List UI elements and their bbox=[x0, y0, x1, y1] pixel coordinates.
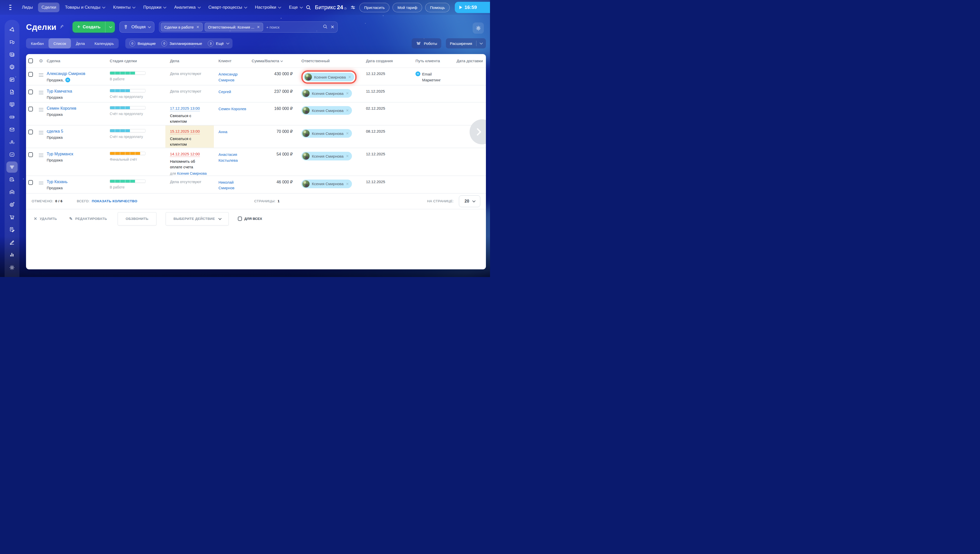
filter-chip-1[interactable]: Сделки в работе✕ bbox=[161, 23, 202, 31]
remove-responsible-icon[interactable]: ✕ bbox=[346, 91, 349, 96]
nav-item-7[interactable]: Смарт-процессы bbox=[205, 3, 250, 12]
column-header-2[interactable]: Стадия сделки bbox=[110, 59, 166, 63]
create-dropdown[interactable] bbox=[105, 21, 115, 33]
responsible-chip[interactable]: Ксения Смирнова✕ bbox=[301, 180, 352, 188]
client-link[interactable]: Анастасия Костылева bbox=[218, 152, 237, 162]
column-header-4[interactable]: Клиент bbox=[214, 59, 252, 63]
marketing-icon[interactable] bbox=[6, 199, 18, 210]
call-button[interactable]: ОБЗВОНИТЬ bbox=[118, 212, 156, 226]
row-checkbox[interactable] bbox=[26, 176, 35, 193]
timer-button[interactable]: 16:59 bbox=[455, 2, 490, 13]
topbar-button-3[interactable]: Помощь bbox=[425, 3, 450, 12]
column-header-1[interactable]: Сделка bbox=[47, 59, 110, 63]
documents-icon[interactable] bbox=[6, 86, 18, 98]
nav-item-9[interactable]: Еще bbox=[285, 3, 305, 12]
row-checkbox[interactable] bbox=[26, 148, 35, 175]
warehouse-icon[interactable] bbox=[6, 186, 18, 198]
filter-chip-2[interactable]: Ответственный: Ксения ...✕ bbox=[205, 23, 263, 31]
client-link[interactable]: Александр Смирнов bbox=[218, 72, 237, 82]
stage-progress[interactable] bbox=[110, 129, 145, 132]
whiteboard-icon[interactable] bbox=[6, 99, 18, 110]
extensions-button[interactable]: Расширения bbox=[446, 38, 486, 48]
client-link[interactable]: Анна bbox=[218, 130, 227, 134]
bi-icon[interactable] bbox=[6, 249, 18, 260]
remove-responsible-icon[interactable]: ✕ bbox=[346, 154, 349, 158]
activity-date-link[interactable]: 15.12.2025 13:00 bbox=[170, 129, 200, 134]
client-link[interactable]: Николай Смирнов bbox=[218, 180, 234, 190]
nav-item-6[interactable]: Аналитика bbox=[171, 3, 203, 12]
responsible-chip[interactable]: Ксения Смирнова✕ bbox=[304, 73, 354, 81]
topbar-button-2[interactable]: Мой тариф bbox=[392, 3, 422, 12]
stage-progress[interactable] bbox=[110, 89, 145, 92]
row-checkbox[interactable] bbox=[26, 126, 35, 148]
deal-link[interactable]: Тур Мурманск bbox=[47, 152, 73, 156]
create-button[interactable]: +Создать bbox=[72, 21, 115, 33]
page-number[interactable]: 1 bbox=[278, 199, 280, 203]
row-checkbox[interactable] bbox=[26, 68, 35, 85]
column-header-7[interactable]: Дата создания bbox=[366, 59, 416, 63]
share-icon[interactable] bbox=[6, 24, 18, 35]
nav-item-5[interactable]: Продажи bbox=[140, 3, 169, 12]
delete-button[interactable]: ✕УДАЛИТЬ bbox=[32, 216, 59, 221]
column-header-8[interactable]: Путь клиента bbox=[416, 59, 457, 63]
shop-icon[interactable] bbox=[6, 212, 18, 223]
column-header-5[interactable]: Сумма/Валюта bbox=[252, 59, 301, 63]
team-icon[interactable] bbox=[6, 137, 18, 148]
tasks-icon[interactable] bbox=[6, 149, 18, 160]
show-count-link[interactable]: ПОКАЗАТЬ КОЛИЧЕСТВО bbox=[92, 199, 137, 203]
responsible-chip[interactable]: Ксения Смирнова✕ bbox=[301, 129, 352, 138]
remove-chip-icon[interactable]: ✕ bbox=[196, 25, 199, 29]
filter-preset-button[interactable]: Общая bbox=[120, 21, 155, 33]
row-drag-handle-icon[interactable] bbox=[35, 102, 47, 125]
counter-1[interactable]: 0Входящие bbox=[129, 41, 156, 46]
counter-3[interactable]: 3Ещё bbox=[208, 41, 228, 46]
messenger-icon[interactable] bbox=[6, 37, 18, 48]
remove-responsible-icon[interactable]: ✕ bbox=[346, 108, 349, 113]
counter-2[interactable]: 0Запланированные bbox=[161, 41, 202, 46]
search-placeholder[interactable]: + поиск bbox=[266, 25, 320, 29]
column-header-3[interactable]: Дела bbox=[166, 59, 214, 63]
filter-clear-icon[interactable]: ✕ bbox=[330, 24, 334, 30]
row-drag-handle-icon[interactable] bbox=[35, 86, 47, 102]
drive-icon[interactable] bbox=[6, 111, 18, 123]
assignee-link[interactable]: Ксения Смирнова bbox=[177, 171, 207, 175]
client-link[interactable]: Семен Королев bbox=[218, 107, 246, 111]
booking-icon[interactable] bbox=[6, 174, 18, 185]
row-checkbox[interactable] bbox=[26, 102, 35, 125]
crm-icon[interactable] bbox=[6, 161, 18, 173]
sliders-icon[interactable] bbox=[350, 5, 356, 10]
menu-hamburger-icon[interactable] bbox=[9, 5, 11, 10]
remove-chip-icon[interactable]: ✕ bbox=[257, 25, 260, 29]
nav-item-1[interactable]: Лиды bbox=[19, 3, 36, 12]
edit-button[interactable]: ✎РЕДАКТИРОВАТЬ bbox=[68, 216, 108, 221]
responsible-chip[interactable]: Ксения Смирнова✕ bbox=[301, 106, 352, 115]
view-settings-gear-icon[interactable] bbox=[473, 22, 484, 33]
deal-link[interactable]: Семен Королев bbox=[47, 106, 76, 110]
activity-date-link[interactable]: 17.12.2025 13:00 bbox=[170, 106, 200, 111]
row-drag-handle-icon[interactable] bbox=[35, 126, 47, 148]
row-checkbox[interactable] bbox=[26, 86, 35, 102]
tab-3[interactable]: Дела bbox=[71, 38, 89, 48]
deal-link[interactable]: Александр Смирнов bbox=[47, 72, 85, 76]
columns-gear-icon[interactable]: ⚙ bbox=[35, 58, 47, 64]
docs-sign-icon[interactable] bbox=[6, 224, 18, 235]
tab-2[interactable]: Список bbox=[48, 38, 71, 48]
deal-link[interactable]: сделка 5 bbox=[47, 129, 63, 134]
responsible-chip[interactable]: Ксения Смирнова✕ bbox=[301, 89, 352, 98]
choose-action-button[interactable]: ВЫБЕРИТЕ ДЕЙСТВИЕ bbox=[166, 212, 229, 226]
sites-icon[interactable] bbox=[6, 62, 18, 73]
column-header-9[interactable]: Дата доставки bbox=[457, 59, 486, 63]
feed-icon[interactable] bbox=[6, 49, 18, 60]
remove-responsible-icon[interactable]: ✕ bbox=[348, 75, 351, 79]
filter-search-bar[interactable]: Сделки в работе✕Ответственный: Ксения ..… bbox=[159, 21, 338, 33]
stage-progress[interactable] bbox=[110, 72, 145, 75]
for-all-toggle[interactable]: ДЛЯ ВСЕХ bbox=[238, 217, 262, 221]
column-header-6[interactable]: Ответственный bbox=[301, 59, 366, 63]
filter-search-icon[interactable] bbox=[322, 24, 328, 30]
row-drag-handle-icon[interactable] bbox=[35, 148, 47, 175]
client-link[interactable]: Сергей bbox=[218, 89, 231, 94]
select-all-checkbox[interactable] bbox=[26, 59, 35, 63]
responsible-chip[interactable]: Ксения Смирнова✕ bbox=[301, 152, 352, 161]
stage-progress[interactable] bbox=[110, 152, 145, 155]
sign-icon[interactable] bbox=[6, 236, 18, 248]
